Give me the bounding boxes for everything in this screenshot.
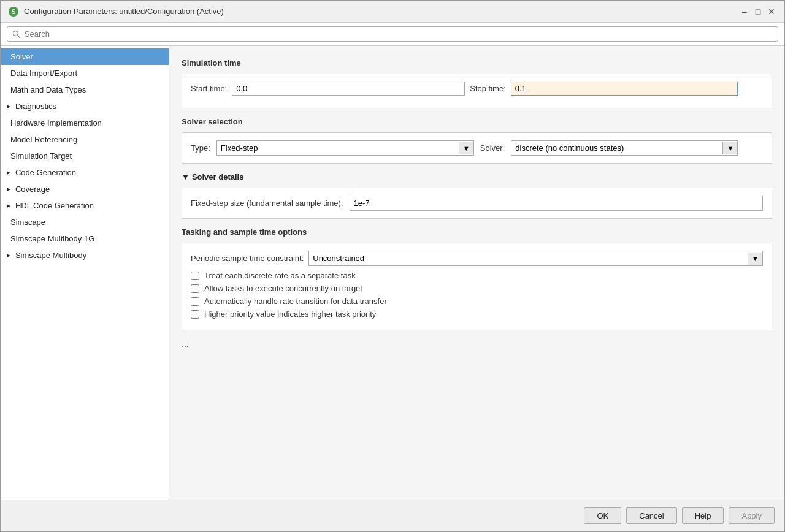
tasking-title: Tasking and sample time options: [182, 227, 772, 237]
svg-text:S: S: [12, 9, 16, 15]
code-gen-arrow: ►: [6, 169, 12, 176]
type-dropdown-arrow[interactable]: ▼: [459, 142, 473, 154]
bottom-bar: OK Cancel Help Apply: [1, 500, 784, 531]
fixed-step-input[interactable]: [350, 196, 763, 211]
solver-details-section: ▼ Solver details Fixed-step size (fundam…: [182, 172, 772, 219]
checkbox-row-3: Higher priority value indicates higher t…: [191, 310, 763, 319]
start-time-input[interactable]: [232, 82, 465, 96]
simscape-1g-label: Simscape Multibody 1G: [10, 234, 94, 243]
coverage-arrow: ►: [6, 186, 12, 192]
periodic-input[interactable]: [309, 251, 748, 265]
sidebar-item-simscape[interactable]: Simscape: [1, 214, 169, 230]
simscape-multibody-label: Simscape Multibody: [15, 251, 86, 260]
sidebar-item-coverage[interactable]: ► Coverage: [1, 181, 169, 197]
solver-selection-title: Solver selection: [182, 117, 772, 126]
allow-tasks-label: Allow tasks to execute concurrently on t…: [204, 284, 362, 293]
checkbox-row-2: Automatically handle rate transition for…: [191, 297, 763, 306]
ok-button[interactable]: OK: [584, 507, 621, 524]
ellipsis: ...: [182, 339, 772, 349]
main-content: Solver Data Import/Export Math and Data …: [1, 46, 784, 500]
auto-handle-checkbox[interactable]: [191, 297, 199, 306]
sidebar-item-code-generation[interactable]: ► Code Generation: [1, 164, 169, 181]
solver-dropdown-arrow[interactable]: ▼: [722, 142, 737, 154]
svg-point-2: [13, 31, 18, 36]
fixed-step-label: Fixed-step size (fundamental sample time…: [191, 199, 343, 208]
tasking-box: Periodic sample time constraint: ▼ Treat…: [182, 243, 772, 330]
search-icon: [12, 30, 21, 39]
search-bar: [1, 23, 784, 46]
solver-input[interactable]: [511, 141, 722, 155]
simulation-time-title: Simulation time: [182, 58, 772, 67]
math-data-types-label: Math and Data Types: [10, 85, 86, 94]
higher-priority-label: Higher priority value indicates higher t…: [204, 310, 376, 319]
search-wrapper: [7, 26, 778, 42]
minimize-button[interactable]: –: [739, 6, 750, 17]
periodic-row: Periodic sample time constraint: ▼: [191, 251, 763, 266]
apply-button[interactable]: Apply: [729, 507, 775, 524]
content-area: Simulation time Start time: Stop time: S…: [169, 46, 784, 500]
time-row: Start time: Stop time:: [191, 82, 763, 96]
simulation-target-label: Simulation Target: [10, 151, 72, 161]
sidebar: Solver Data Import/Export Math and Data …: [1, 46, 169, 500]
title-bar-left: S Configuration Parameters: untitled/Con…: [8, 6, 224, 17]
window-title: Configuration Parameters: untitled/Confi…: [24, 7, 224, 16]
sidebar-item-hardware-implementation[interactable]: Hardware Implementation: [1, 115, 169, 131]
svg-line-3: [18, 35, 20, 37]
solver-selection-row: Type: ▼ Solver: ▼: [191, 140, 763, 156]
solver-details-box: Fixed-step size (fundamental sample time…: [182, 188, 772, 219]
app-icon: S: [8, 6, 19, 17]
cancel-button[interactable]: Cancel: [626, 507, 676, 524]
hardware-impl-label: Hardware Implementation: [10, 118, 102, 127]
checkbox-row-0: Treat each discrete rate as a separate t…: [191, 271, 763, 280]
solver-label: Solver: [10, 52, 33, 61]
simscape-multibody-arrow: ►: [6, 252, 12, 259]
sidebar-item-model-referencing[interactable]: Model Referencing: [1, 131, 169, 148]
sidebar-item-simscape-multibody-1g[interactable]: Simscape Multibody 1G: [1, 230, 169, 247]
periodic-label: Periodic sample time constraint:: [191, 254, 304, 263]
main-window: S Configuration Parameters: untitled/Con…: [0, 0, 785, 532]
checkbox-row-1: Allow tasks to execute concurrently on t…: [191, 284, 763, 293]
type-input[interactable]: [217, 141, 459, 155]
stop-time-input[interactable]: [511, 82, 738, 96]
solver-details-title: Solver details: [192, 172, 244, 181]
help-button[interactable]: Help: [682, 507, 724, 524]
sidebar-item-diagnostics[interactable]: ► Diagnostics: [1, 98, 169, 115]
hdl-label: HDL Code Generation: [15, 201, 94, 210]
close-button[interactable]: ✕: [766, 6, 777, 17]
sidebar-item-data-import-export[interactable]: Data Import/Export: [1, 65, 169, 82]
simscape-label: Simscape: [10, 218, 45, 227]
solver-label: Solver:: [480, 143, 505, 153]
sidebar-item-math-and-data-types[interactable]: Math and Data Types: [1, 82, 169, 98]
type-label: Type:: [191, 143, 210, 153]
data-import-export-label: Data Import/Export: [10, 69, 77, 78]
periodic-dropdown-arrow[interactable]: ▼: [748, 253, 762, 265]
periodic-dropdown[interactable]: ▼: [308, 251, 763, 266]
sidebar-item-simulation-target[interactable]: Simulation Target: [1, 148, 169, 164]
hdl-arrow: ►: [6, 202, 12, 209]
sidebar-item-simscape-multibody[interactable]: ► Simscape Multibody: [1, 247, 169, 264]
fixed-step-row: Fixed-step size (fundamental sample time…: [191, 196, 763, 211]
code-gen-label: Code Generation: [15, 168, 76, 177]
simulation-time-box: Start time: Stop time:: [182, 74, 772, 108]
coverage-label: Coverage: [15, 184, 50, 194]
title-bar: S Configuration Parameters: untitled/Con…: [1, 1, 784, 23]
maximize-button[interactable]: □: [752, 6, 764, 17]
diagnostics-arrow: ►: [6, 103, 12, 110]
solver-details-collapse-icon: ▼: [182, 172, 190, 181]
sidebar-item-solver[interactable]: Solver: [1, 48, 169, 65]
model-ref-label: Model Referencing: [10, 135, 77, 144]
search-input[interactable]: [25, 29, 773, 39]
solver-dropdown[interactable]: ▼: [511, 140, 738, 156]
stop-time-label: Stop time:: [470, 84, 506, 93]
treat-discrete-label: Treat each discrete rate as a separate t…: [204, 271, 356, 280]
sidebar-item-hdl-code-generation[interactable]: ► HDL Code Generation: [1, 197, 169, 214]
diagnostics-label: Diagnostics: [15, 102, 56, 111]
higher-priority-checkbox[interactable]: [191, 310, 199, 319]
allow-tasks-checkbox[interactable]: [191, 284, 199, 293]
start-time-label: Start time:: [191, 84, 227, 93]
solver-selection-box: Type: ▼ Solver: ▼: [182, 132, 772, 164]
treat-discrete-checkbox[interactable]: [191, 272, 199, 280]
type-dropdown[interactable]: ▼: [216, 140, 474, 156]
auto-handle-label: Automatically handle rate transition for…: [204, 297, 387, 306]
solver-details-header[interactable]: ▼ Solver details: [182, 172, 772, 181]
